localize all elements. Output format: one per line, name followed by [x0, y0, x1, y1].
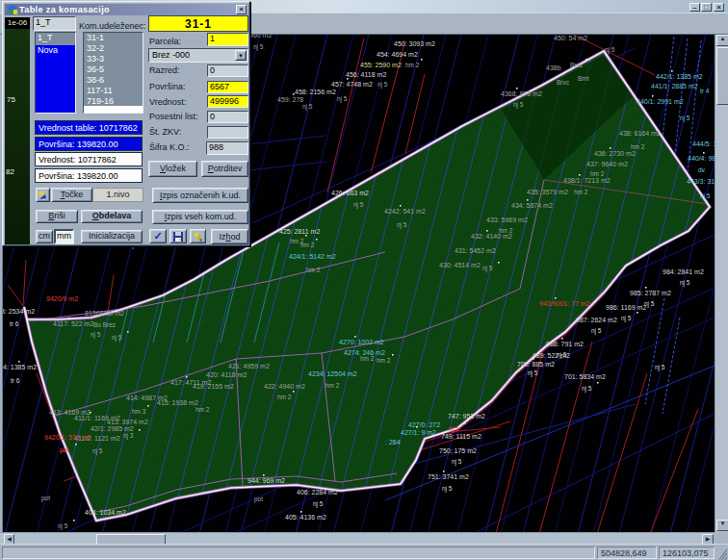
- svg-text:421: 4959 m2: 421: 4959 m2: [228, 363, 270, 369]
- svg-text:988: 791 m2: 988: 791 m2: [546, 341, 584, 347]
- svg-text:432: 4140 m2: 432: 4140 m2: [471, 233, 512, 240]
- svg-text:4242: 541 m2: 4242: 541 m2: [384, 208, 426, 215]
- svg-text:nj 5: nj 5: [528, 369, 538, 377]
- svg-text:427/0: 272: 427/0: 272: [408, 421, 440, 428]
- svg-text:422: 4940 m2: 422: 4940 m2: [264, 383, 305, 390]
- svg-text:4270: 1002 m2: 4270: 1002 m2: [339, 339, 384, 345]
- svg-text:426: 663 m2: 426: 663 m2: [331, 190, 369, 196]
- svg-text:nj 5: nj 5: [91, 331, 101, 339]
- svg-text:nj 5: nj 5: [482, 265, 493, 272]
- svg-text:420: 4118 m2: 420: 4118 m2: [206, 371, 247, 378]
- svg-text:nj 5: nj 5: [700, 192, 711, 200]
- svg-text:nj 5: nj 5: [680, 279, 690, 287]
- svg-text:3: 2534 m2: 3: 2534 m2: [1, 308, 35, 315]
- svg-text:nj 5: nj 5: [92, 447, 103, 455]
- svg-text:747: 953 m2: 747: 953 m2: [448, 413, 485, 420]
- svg-text:700: 885 m2: 700: 885 m2: [517, 361, 555, 368]
- svg-text:442/1: 1385 m2: 442/1: 1385 m2: [656, 73, 703, 80]
- svg-text:455: 2590 m2: 455: 2590 m2: [360, 62, 402, 68]
- svg-text:nj 5: nj 5: [112, 334, 122, 342]
- svg-text:hm 2: hm 2: [300, 242, 315, 248]
- svg-text:nj 5: nj 5: [377, 81, 388, 89]
- svg-text:985: 2787 m2: 985: 2787 m2: [630, 290, 671, 296]
- svg-text:: 284: : 284: [385, 439, 401, 445]
- svg-text:nj 5: nj 5: [591, 327, 602, 335]
- svg-text:hm 2: hm 2: [195, 406, 210, 413]
- svg-text:450: 54 m2: 450: 54 m2: [554, 35, 587, 41]
- svg-text:986: 1169 m2: 986: 1169 m2: [606, 304, 646, 311]
- svg-text:nj 5: nj 5: [655, 364, 665, 371]
- svg-text:s: s: [199, 237, 202, 242]
- svg-text:751: 3741 m2: 751: 3741 m2: [428, 473, 469, 480]
- svg-text:nj 5: nj 5: [621, 315, 632, 322]
- svg-text:hm 2: hm 2: [405, 62, 420, 68]
- svg-text:81368/0b m2: 81368/0b m2: [85, 310, 124, 317]
- svg-text:405: 4136 m2: 405: 4136 m2: [285, 514, 326, 521]
- svg-text:nj 5: nj 5: [353, 201, 364, 209]
- svg-text:749: 1115 m2: 749: 1115 m2: [441, 433, 481, 440]
- svg-text:nj 5: nj 5: [449, 425, 459, 433]
- svg-text:nj 5: nj 5: [58, 522, 68, 530]
- svg-text:4: 1385 m2: 4: 1385 m2: [3, 364, 37, 370]
- svg-text:440/1: 2991 m2: 440/1: 2991 m2: [637, 98, 684, 105]
- svg-text:hm 2: hm 2: [574, 189, 588, 195]
- svg-text:9420/1: 512 m2: 9420/1: 512 m2: [44, 434, 91, 441]
- svg-text:427/1: 9 m2: 427/1: 9 m2: [401, 429, 436, 436]
- svg-text:pot: pot: [254, 496, 263, 503]
- svg-text:nj 5: nj 5: [582, 385, 592, 393]
- svg-text:459: 278: 459: 278: [277, 96, 303, 103]
- svg-text:nj 5: nj 5: [442, 485, 453, 493]
- svg-text:nj 5: nj 5: [513, 101, 524, 109]
- svg-text:944: 969 m2: 944: 969 m2: [247, 477, 285, 484]
- svg-text:404: 1034 m2: 404: 1034 m2: [85, 509, 126, 516]
- svg-text:440/4: 989: 440/4: 989: [688, 155, 715, 162]
- svg-text:433: 5969 m2: 433: 5969 m2: [486, 216, 528, 223]
- svg-text:441/1: 2885 m2: 441/1: 2885 m2: [651, 83, 698, 89]
- svg-text:438/1: 7213 m2: 438/1: 7213 m2: [563, 177, 611, 184]
- svg-text:431: 5452 m2: 431: 5452 m2: [455, 247, 496, 254]
- svg-text:hm 2: hm 2: [277, 394, 292, 400]
- svg-text:nj 5: nj 5: [302, 103, 313, 111]
- svg-text:438: 6164 m2: 438: 6164 m2: [619, 130, 661, 137]
- svg-text:tr 4: tr 4: [700, 88, 710, 94]
- svg-text:nj 5: nj 5: [452, 458, 462, 466]
- svg-text:450: 3093 m2: 450: 3093 m2: [394, 40, 435, 47]
- svg-text:nj 5: nj 5: [557, 351, 567, 359]
- svg-text:413: 3974 m2: 413: 3974 m2: [107, 419, 148, 425]
- svg-text:42/1: 2985 m2: 42/1: 2985 m2: [91, 425, 134, 432]
- svg-text:443/3: 31: 443/3: 31: [687, 178, 715, 185]
- svg-text:9420/9 m2: 9420/9 m2: [46, 295, 78, 302]
- svg-text:nj 3: nj 3: [123, 432, 134, 440]
- svg-text:4234: 12504 m2: 4234: 12504 m2: [308, 370, 357, 377]
- svg-text:nj 5: nj 5: [680, 115, 690, 122]
- svg-text:Brez: Brez: [570, 62, 583, 68]
- svg-text:hm 2: hm 2: [306, 267, 321, 273]
- svg-text:hm 2: hm 2: [325, 382, 340, 389]
- svg-text:437: 9640 m2: 437: 9640 m2: [586, 161, 628, 167]
- svg-text:454: 4694 m2: 454: 4694 m2: [377, 51, 418, 58]
- svg-text:Brvc: Brvc: [557, 79, 570, 86]
- svg-text:nj 5: nj 5: [397, 221, 407, 229]
- svg-text:nj 5: nj 5: [337, 95, 348, 103]
- svg-text:701: 5834 m2: 701: 5834 m2: [564, 373, 606, 380]
- svg-text:943/9001: 77 m2: 943/9001: 77 m2: [539, 300, 590, 307]
- svg-text:hm 2: hm 2: [590, 170, 605, 177]
- svg-text:4368: 978 m2: 4368: 978 m2: [501, 90, 542, 97]
- svg-text:dv.: dv.: [698, 166, 706, 173]
- svg-text:430: 4514 m2: 430: 4514 m2: [439, 262, 481, 268]
- svg-text:419: 2155 m2: 419: 2155 m2: [193, 383, 234, 390]
- svg-text:hm 2: hm 2: [631, 143, 645, 150]
- svg-text:nj 5: nj 5: [605, 46, 615, 54]
- svg-text:458: 2156 m2: 458: 2156 m2: [295, 89, 336, 95]
- svg-text:438b: 438b: [546, 64, 561, 71]
- svg-text:pot: pot: [41, 495, 50, 502]
- svg-text:434: 5874 m2: 434: 5874 m2: [511, 202, 553, 209]
- svg-text:444/5: 1: 444/5: 1: [692, 140, 715, 147]
- svg-text:4117: 522 m2: 4117: 522 m2: [53, 320, 93, 327]
- svg-text:Bo Brez: Bo Brez: [93, 321, 116, 328]
- svg-text:hm 2: hm 2: [377, 357, 391, 364]
- svg-text:984: 2841 m2: 984: 2841 m2: [663, 268, 704, 275]
- svg-text:tr 6: tr 6: [10, 320, 19, 327]
- svg-text:424/1: 5142 m2: 424/1: 5142 m2: [289, 253, 336, 260]
- svg-text:750: 175 m2: 750: 175 m2: [439, 447, 477, 454]
